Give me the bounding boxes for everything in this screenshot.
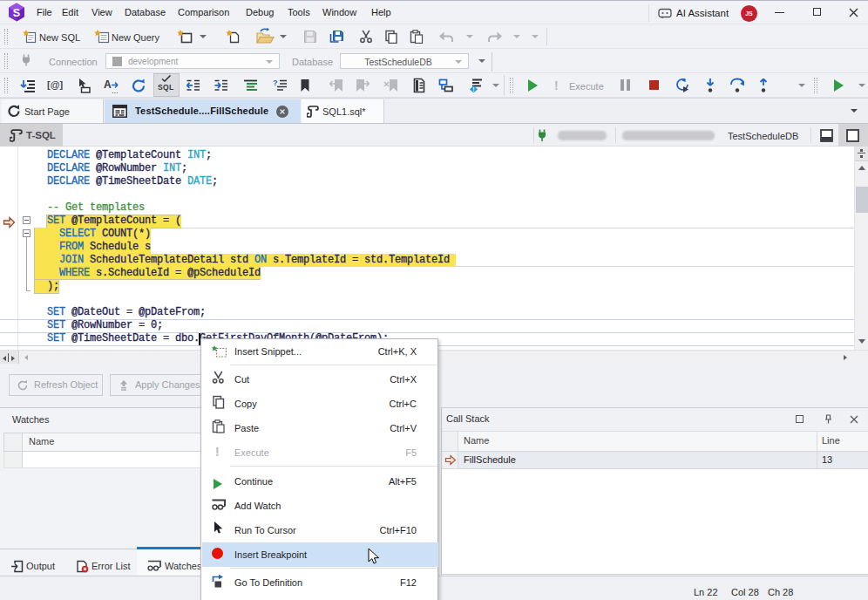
svg-text:S: S <box>13 7 20 19</box>
svg-text:?: ? <box>273 79 278 87</box>
svg-text:!: ! <box>472 86 474 92</box>
